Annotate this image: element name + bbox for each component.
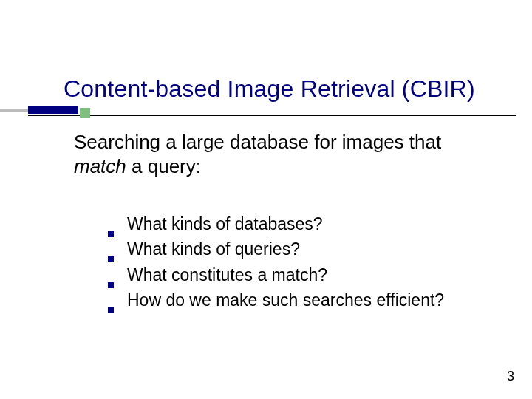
bullet-text: What constitutes a match? bbox=[127, 264, 327, 286]
list-item: What kinds of databases? bbox=[108, 213, 502, 235]
list-item: How do we make such searches efficient? bbox=[108, 289, 502, 311]
bullet-square-icon bbox=[108, 256, 114, 262]
title-underline bbox=[28, 115, 516, 116]
title-wrap: Content-based Image Retrieval (CBIR) bbox=[64, 75, 517, 103]
bullet-square-icon bbox=[108, 307, 114, 313]
intro-post: a query: bbox=[126, 155, 201, 177]
bullet-square-icon bbox=[108, 231, 114, 237]
bullet-text: How do we make such searches efficient? bbox=[127, 289, 444, 311]
intro-text: Searching a large database for images th… bbox=[74, 130, 488, 180]
intro-italic: match bbox=[74, 155, 126, 177]
list-item: What constitutes a match? bbox=[108, 264, 502, 286]
deco-green-square bbox=[80, 108, 90, 118]
list-item: What kinds of queries? bbox=[108, 238, 502, 260]
slide: Content-based Image Retrieval (CBIR) Sea… bbox=[0, 0, 532, 399]
bullet-square-icon bbox=[108, 282, 114, 288]
intro-pre: Searching a large database for images th… bbox=[74, 131, 441, 153]
bullet-text: What kinds of queries? bbox=[127, 238, 300, 260]
bullet-list: What kinds of databases? What kinds of q… bbox=[108, 213, 502, 314]
bullet-text: What kinds of databases? bbox=[127, 213, 323, 235]
title-decoration bbox=[0, 106, 108, 123]
deco-navy-bar bbox=[28, 106, 78, 114]
slide-title: Content-based Image Retrieval (CBIR) bbox=[64, 75, 517, 103]
page-number: 3 bbox=[507, 369, 514, 384]
